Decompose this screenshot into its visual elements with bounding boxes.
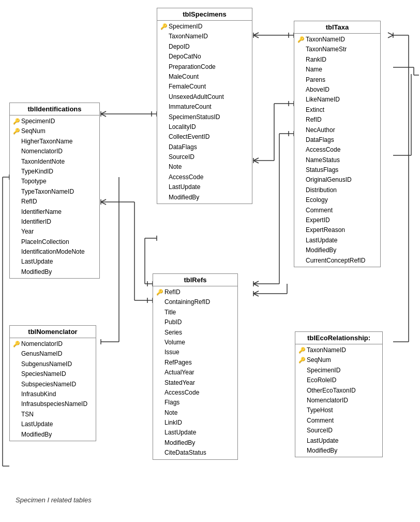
svg-line-2	[253, 33, 259, 35]
field-SeqNum: 🔑SeqNum	[295, 355, 382, 365]
field-LastUpdate: LastUpdate	[153, 428, 237, 438]
field-SpecimenID: SpecimenID	[295, 366, 382, 375]
field-RefID: RefID	[294, 115, 380, 125]
field-CurrentConceptRefID: CurrentConceptRefID	[294, 256, 380, 266]
footnote: Specimen I related tables	[16, 496, 92, 504]
field-SubspeciesNameID: SubspeciesNameID	[10, 380, 96, 389]
field-SourceID: SourceID	[157, 152, 252, 162]
field-SpecimenStatusID: SpecimenStatusID	[157, 112, 252, 122]
field-CiteDataStatus: CiteDataStatus	[153, 448, 237, 458]
table-body-tblIdentifications: 🔑SpecimenID 🔑SeqNum HigherTaxonName Nome…	[10, 115, 99, 278]
field-SubgenusNameID: SubgenusNameID	[10, 359, 96, 369]
key-icon: 🔑	[298, 346, 306, 355]
field-ModifiedBy: ModifiedBy	[153, 438, 237, 448]
field-ExpertID: ExpertID	[294, 215, 380, 225]
field-TypeKindID: TypeKindID	[10, 167, 99, 177]
field-SourceID: SourceID	[295, 426, 382, 436]
svg-line-10	[253, 158, 259, 161]
table-tblTaxa: tblTaxa 🔑TaxonNameID TaxonNameStr RankID…	[294, 21, 381, 267]
field-NomenclatorID: 🔑NomenclatorID	[10, 339, 96, 349]
key-icon: 🔑	[160, 23, 168, 31]
svg-line-60	[388, 33, 393, 35]
field-PlaceInCollection: PlaceInCollection	[10, 237, 99, 247]
table-tblIdentifications: tblIdentifications 🔑SpecimenID 🔑SeqNum H…	[9, 103, 100, 279]
field-RefPages: RefPages	[153, 358, 237, 368]
field-Title: Title	[153, 308, 237, 317]
diagram-canvas: tblSpecimens 🔑SpecimenID TaxonNameID Dep…	[0, 0, 420, 522]
field-DataFlags: DataFlags	[294, 135, 380, 145]
svg-line-31	[101, 202, 106, 205]
field-CollectEventID: CollectEventID	[157, 132, 252, 142]
table-body-tblNomenclator: 🔑NomenclatorID GenusNameID SubgenusNameI…	[10, 338, 96, 441]
field-ModifiedBy: ModifiedBy	[157, 193, 252, 202]
table-header-tblSpecimens: tblSpecimens	[157, 8, 252, 21]
field-Series: Series	[153, 328, 237, 338]
table-tblNomenclator: tblNomenclator 🔑NomenclatorID GenusNameI…	[9, 325, 96, 441]
key-icon: 🔑	[13, 127, 20, 136]
field-TSN: TSN	[10, 410, 96, 419]
field-Parens: Parens	[294, 75, 380, 85]
svg-line-11	[253, 161, 259, 163]
field-NameStatus: NameStatus	[294, 155, 380, 165]
field-StatedYear: StatedYear	[153, 378, 237, 388]
svg-line-16	[101, 111, 106, 114]
field-ModifiedBy: ModifiedBy	[10, 430, 96, 440]
svg-line-17	[101, 114, 106, 117]
field-LastUpdate: LastUpdate	[157, 182, 252, 192]
field-DepoCatNo: DepoCatNo	[157, 52, 252, 62]
field-PreparationCode: PreparationCode	[157, 62, 252, 72]
field-GenusNameID: GenusNameID	[10, 349, 96, 359]
field-LinkID: LinkID	[153, 418, 237, 428]
field-NecAuthor: NecAuthor	[294, 125, 380, 135]
table-tblSpecimens: tblSpecimens 🔑SpecimenID TaxonNameID Dep…	[157, 8, 252, 204]
svg-line-42	[253, 284, 259, 286]
field-InfrasubKind: InfrasubKind	[10, 389, 96, 399]
field-ModifiedBy: ModifiedBy	[10, 267, 99, 277]
field-SpeciesNameID: SpeciesNameID	[10, 369, 96, 379]
table-tblRefs: tblRefs 🔑RefID ContainingRefID Title Pub…	[153, 273, 238, 460]
table-header-tblNomenclator: tblNomenclator	[10, 326, 96, 338]
svg-line-30	[101, 199, 106, 202]
field-PubID: PubID	[153, 317, 237, 327]
field-LastUpdate: LastUpdate	[10, 419, 96, 429]
table-body-tblEcoRelationships: 🔑TaxonNameID 🔑SeqNum SpecimenID EcoRoleI…	[295, 344, 382, 457]
svg-line-41	[253, 281, 259, 284]
key-icon: 🔑	[13, 340, 20, 349]
field-TaxonNameStr: TaxonNameStr	[294, 45, 380, 54]
field-TaxonIdentNote: TaxonIdentNote	[10, 157, 99, 167]
field-Issue: Issue	[153, 347, 237, 357]
field-SpecimenID: 🔑SpecimenID	[157, 22, 252, 32]
field-Ecology: Ecology	[294, 195, 380, 205]
svg-line-49	[253, 294, 259, 296]
field-ExpertReason: ExpertReason	[294, 225, 380, 235]
field-EcoRoleID: EcoRoleID	[295, 375, 382, 385]
field-ActualYear: ActualYear	[153, 368, 237, 378]
table-header-tblEcoRelationships: tblEcoRelationship:	[295, 332, 382, 344]
field-Comment: Comment	[294, 206, 380, 215]
field-MaleCount: MaleCount	[157, 72, 252, 82]
field-FemaleCount: FemaleCount	[157, 82, 252, 92]
field-AccessCode: AccessCode	[157, 172, 252, 182]
field-RefID: 🔑RefID	[153, 287, 237, 297]
field-NomenclatorID: NomenclatorID	[295, 396, 382, 405]
key-icon: 🔑	[297, 36, 305, 44]
field-ModifiedBy: ModifiedBy	[295, 446, 382, 456]
field-IdentificationModeNote: IdentificationModeNote	[10, 247, 99, 257]
field-NomenclatorID: NomenclatorID	[10, 147, 99, 156]
field-ImmatureCount: ImmatureCount	[157, 102, 252, 112]
field-RankID: RankID	[294, 55, 380, 65]
field-ContainingRefID: ContainingRefID	[153, 297, 237, 307]
field-OtherEcoTaxonID: OtherEcoTaxonID	[295, 386, 382, 396]
field-DataFlags: DataFlags	[157, 142, 252, 152]
field-AccessCode: AccessCode	[294, 145, 380, 155]
field-InfrasubspeciesNameID: InfrasubspeciesNameID	[10, 399, 96, 409]
field-Note: Note	[153, 408, 237, 418]
field-OriginalGenusID: OriginalGenusID	[294, 175, 380, 185]
field-LastUpdate: LastUpdate	[295, 436, 382, 446]
field-LastUpdate: LastUpdate	[10, 257, 99, 267]
table-tblEcoRelationships: tblEcoRelationship: 🔑TaxonNameID 🔑SeqNum…	[295, 331, 383, 457]
key-icon: 🔑	[13, 118, 20, 126]
field-TypeTaxonNameID: TypeTaxonNameID	[10, 187, 99, 197]
field-LikeNameID: LikeNameID	[294, 95, 380, 105]
field-SeqNum: 🔑SeqNum	[10, 126, 99, 136]
